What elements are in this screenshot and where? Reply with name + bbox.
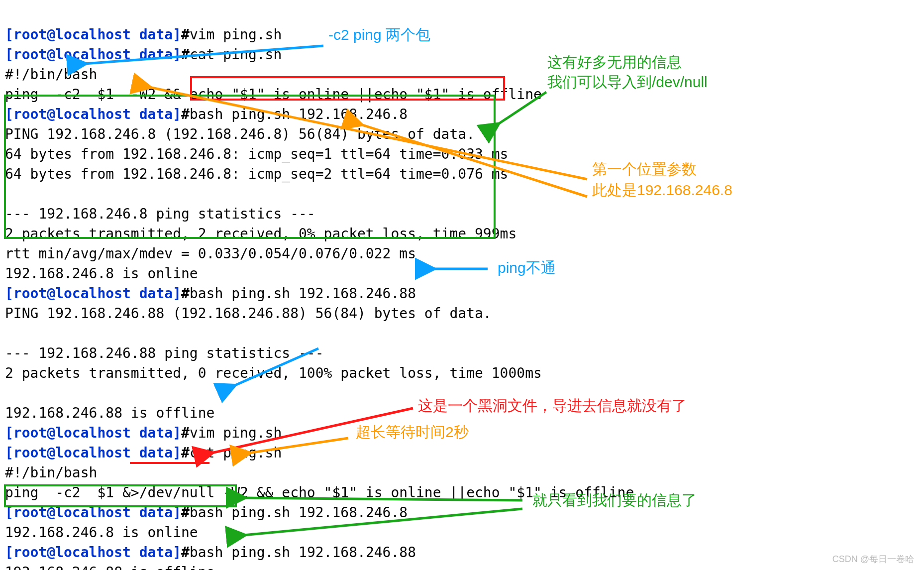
annotation-wait-2s: 超长等待时间2秒 — [356, 422, 469, 442]
command-text: vim ping.sh — [190, 26, 282, 43]
output-line: 192.168.246.88 is offline — [5, 564, 214, 570]
prompt: [root@localhost data] — [5, 544, 181, 561]
hash-sign: # — [181, 544, 190, 561]
hash-sign: # — [181, 425, 190, 441]
hash-sign: # — [181, 46, 190, 63]
output-line: 2 packets transmitted, 0 received, 100% … — [5, 365, 542, 381]
hash-sign: # — [181, 285, 190, 302]
prompt: [root@localhost data] — [5, 26, 181, 43]
output-line: #!/bin/bash — [5, 464, 97, 481]
annotation-useless-info: 这有好多无用的信息 — [547, 52, 682, 72]
output-line: PING 192.168.246.88 (192.168.246.88) 56(… — [5, 305, 492, 322]
command-text: vim ping.sh — [190, 425, 282, 441]
hash-sign: # — [181, 26, 190, 43]
prompt: [root@localhost data] — [5, 445, 181, 461]
command-text: bash ping.sh 192.168.246.88 — [190, 285, 416, 302]
annotation-pos-arg-2: 此处是192.168.246.8 — [592, 180, 732, 200]
prompt: [root@localhost data] — [5, 46, 181, 63]
output-line: #!/bin/bash — [5, 66, 97, 83]
command-text: cat ping.sh — [190, 46, 282, 63]
annotation-ping-fail: ping不通 — [498, 258, 556, 278]
command-text: bash ping.sh 192.168.246.88 — [190, 544, 416, 561]
output-line: rtt min/avg/max/mdev = 0.033/0.054/0.076… — [5, 245, 416, 262]
command-text: cat ping.sh — [190, 445, 282, 461]
annotation-c2: -c2 ping 两个包 — [328, 25, 430, 45]
output-line: 192.168.246.8 is online — [5, 524, 198, 541]
annotation-pos-arg-1: 第一个位置参数 — [592, 159, 697, 179]
hash-sign: # — [181, 445, 190, 461]
annotation-blackhole: 这是一个黑洞文件，导进去信息就没有了 — [418, 396, 687, 416]
output-line: --- 192.168.246.88 ping statistics --- — [5, 345, 324, 361]
output-line: 192.168.246.8 is online — [5, 265, 198, 282]
highlight-box-green-ping-output — [4, 95, 496, 239]
watermark: CSDN @每日一卷哈 — [832, 553, 914, 565]
annotation-clean-output: 就只看到我们要的信息了 — [532, 490, 697, 510]
output-line: 192.168.246.88 is offline — [5, 405, 214, 421]
underline-red-devnull — [130, 462, 209, 464]
annotation-devnull-hint: 我们可以导入到/dev/null — [547, 72, 708, 92]
prompt: [root@localhost data] — [5, 425, 181, 441]
highlight-box-green-online — [4, 484, 237, 507]
prompt: [root@localhost data] — [5, 285, 181, 302]
